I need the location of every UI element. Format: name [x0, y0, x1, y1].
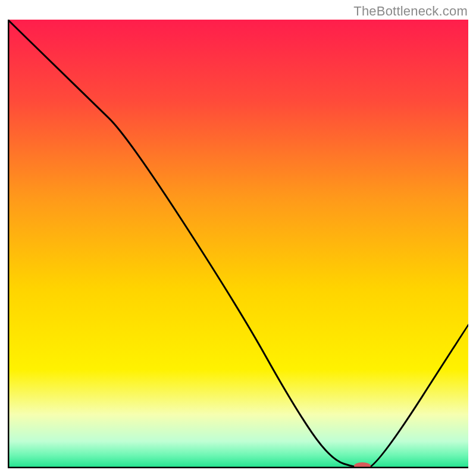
watermark-text: TheBottleneck.com: [353, 4, 468, 19]
chart-svg: [8, 20, 468, 468]
bottleneck-chart: [8, 20, 468, 468]
